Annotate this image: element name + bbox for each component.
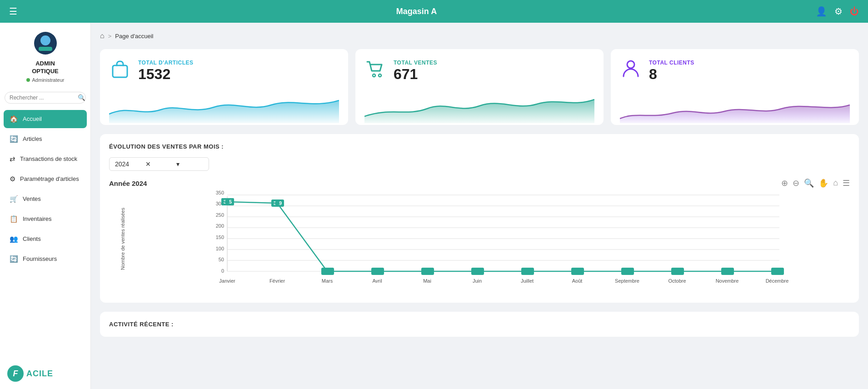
sidebar-item-label: Fournisseurs [23,255,57,262]
year-select-arrow[interactable]: ▾ [176,160,203,168]
sidebar-item-label: Paramétrage d'articles [20,175,79,182]
pan-button[interactable]: ✋ [818,178,828,188]
year-select-value: 2024 [115,160,142,168]
sidebar-item-ventes[interactable]: 🛒 Ventes [4,190,87,208]
svg-text:Octobre: Octobre [668,278,686,284]
stat-card-info: TOTAL VENTES 671 [394,60,437,83]
top-navigation: ☰ Magasin A 👤 ⚙ ⏻ [0,0,868,23]
app-title: Magasin A [396,7,437,16]
svg-text:Septembre: Septembre [615,278,639,284]
svg-point-28 [275,201,279,205]
activity-title: Activité récente : [109,321,850,328]
svg-text:150: 150 [216,234,224,240]
cart-icon [364,58,386,84]
stat-card-top: TOTAL CLIENTS 8 [620,58,850,84]
stat-wave-clients [620,91,850,123]
user-icon[interactable]: 👤 [816,6,827,17]
menu-icon[interactable]: ☰ [9,6,17,17]
svg-text:Juillet: Juillet [521,278,534,284]
svg-text:Mars: Mars [322,278,333,284]
svg-point-31 [325,269,329,274]
zoom-out-button[interactable]: ⊖ [793,178,799,188]
stat-card-clients: TOTAL CLIENTS 8 [611,49,859,125]
sidebar-item-label: Inventaires [23,215,52,222]
sidebar-item-transactions-stock[interactable]: ⇄ Transactions de stock [4,150,87,168]
logo-text: ACILE [26,369,53,379]
svg-rect-0 [113,65,127,77]
svg-text:250: 250 [216,212,224,218]
chart-home-button[interactable]: ⌂ [833,178,838,188]
svg-text:0: 0 [221,268,224,274]
breadcrumb-home-icon[interactable]: ⌂ [100,32,105,40]
stat-value: 1532 [138,66,194,83]
svg-text:100: 100 [216,246,224,251]
svg-point-43 [525,269,529,274]
search-box[interactable]: 🔍 [5,92,86,104]
svg-text:Novembre: Novembre [716,278,739,284]
sidebar-item-label: Accueil [23,115,42,122]
stat-wave-ventes [364,91,594,123]
sidebar-item-articles[interactable]: 🔄 Articles [4,130,87,148]
activity-section: Activité récente : [100,312,859,337]
stat-card-top: TOTAL D'ARTICLES 1532 [109,58,339,84]
zoom-search-button[interactable]: 🔍 [804,178,814,188]
svg-point-25 [225,199,229,204]
profile-role: Administrateur [26,77,65,83]
breadcrumb-separator: > [108,33,112,40]
home-icon: 🏠 [10,115,18,123]
clients-icon: 👥 [10,235,18,243]
sidebar-item-clients[interactable]: 👥 Clients [4,230,87,248]
y-axis-label: Nombre de ventes réalisées [120,215,125,270]
nav-items: 🏠 Accueil 🔄 Articles ⇄ Transactions de s… [0,108,90,270]
stat-value: 8 [649,66,694,83]
settings-icon[interactable]: ⚙ [834,6,843,17]
chart-title: ÉVOLUTION DES VENTES PAR MOIS : [109,143,850,150]
sidebar-logo: F ACILE [0,358,90,389]
chart-menu-button[interactable]: ☰ [843,178,850,188]
fournisseurs-icon: 🔄 [10,255,18,263]
search-input[interactable] [10,95,78,101]
svg-point-37 [425,269,429,274]
profile-name: ADMINOPTIQUE [32,60,59,75]
svg-point-3 [627,61,634,68]
chart-header: Année 2024 ⊕ ⊖ 🔍 ✋ ⌂ ☰ [109,178,850,188]
stat-card-info: TOTAL CLIENTS 8 [649,60,694,83]
svg-point-34 [375,269,379,274]
breadcrumb: ⌂ > Page d'accueil [100,32,859,40]
svg-point-46 [575,269,579,274]
year-select-wrap[interactable]: 2024 ✕ ▾ [109,157,209,171]
svg-point-40 [475,269,479,274]
zoom-in-button[interactable]: ⊕ [781,178,788,188]
svg-text:Avril: Avril [372,278,382,284]
svg-point-1 [373,74,375,77]
stat-card-ventes: TOTAL VENTES 671 [355,49,604,125]
stat-cards: TOTAL D'ARTICLES 1532 [100,49,859,125]
sidebar-profile: ADMINOPTIQUE Administrateur [0,23,90,87]
svg-point-55 [725,269,729,274]
sidebar-item-label: Clients [23,235,41,242]
svg-text:Août: Août [572,278,583,284]
svg-text:Mai: Mai [423,278,431,284]
main-content: ⌂ > Page d'accueil TOTAL D'ARTICLES [91,23,868,389]
articles-icon: 🔄 [10,135,18,143]
stat-wave-articles [109,91,339,123]
power-icon[interactable]: ⏻ [850,6,859,17]
svg-text:200: 200 [216,223,224,229]
sidebar-item-inventaires[interactable]: 📋 Inventaires [4,210,87,228]
inventaires-icon: 📋 [10,215,18,223]
stat-value: 671 [394,66,437,83]
svg-text:50: 50 [219,257,224,262]
svg-point-49 [625,269,629,274]
year-select-clear[interactable]: ✕ [145,160,172,168]
parametrage-icon: ⚙ [10,175,15,183]
svg-point-52 [675,269,679,274]
bag-icon [109,58,131,84]
sidebar-item-label: Articles [23,135,42,142]
stat-card-info: TOTAL D'ARTICLES 1532 [138,60,194,83]
svg-text:Décembre: Décembre [766,278,789,284]
sidebar-item-parametrage[interactable]: ⚙ Paramétrage d'articles [4,170,87,188]
search-button[interactable]: 🔍 [78,94,85,101]
sidebar-item-fournisseurs[interactable]: 🔄 Fournisseurs [4,250,87,268]
transactions-icon: ⇄ [10,155,15,163]
sidebar-item-accueil[interactable]: 🏠 Accueil [4,110,87,128]
